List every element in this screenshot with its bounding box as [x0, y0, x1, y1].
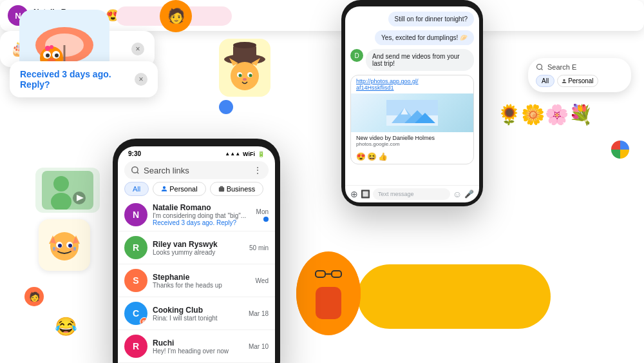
search-icon — [131, 166, 140, 175]
emoji-icon[interactable]: ☺ — [453, 189, 462, 199]
chat-bubble-dumplings: Yes, excited for dumplings! 🥟 — [375, 30, 474, 45]
svg-rect-50 — [386, 100, 438, 115]
svg-point-13 — [53, 176, 69, 191]
mic-icon[interactable]: 🎤 — [464, 190, 474, 199]
reply-close-button[interactable]: × — [135, 73, 147, 86]
person-search-icon — [562, 79, 567, 84]
contact-stephanie[interactable]: S Stephanie Thanks for the heads up Wed — [118, 264, 275, 297]
chat-input-bar: ⊕ 🔲 Text message ☺ 🎤 — [345, 185, 479, 202]
ruchi-avatar: R — [124, 335, 147, 358]
tab-business[interactable]: Business — [210, 182, 264, 196]
phone-main: 9:30 ▲▲▲ WiFi 🔋 Search links ⋮ All — [113, 139, 280, 363]
chat-msg-dinner: Still on for dinner tonight? — [350, 12, 474, 26]
ruchi-time: Mar 10 — [249, 343, 269, 350]
sticker-icon[interactable]: 🔲 — [361, 190, 370, 199]
chat-bubble-videos: And send me videos from your last trip! — [366, 49, 474, 71]
search-widget-icon — [536, 63, 544, 71]
natalie-avatar-list: N — [124, 203, 147, 226]
svg-point-34 — [231, 62, 259, 90]
cat-hat-sticker — [219, 39, 270, 105]
natalie-info-list: Natalie Romano I'm considering doing tha… — [153, 203, 251, 226]
tab-all[interactable]: All — [124, 182, 149, 196]
svg-point-40 — [249, 74, 252, 77]
chat-bubble-dinner: Still on for dinner tonight? — [388, 12, 474, 26]
chat-reactions: 😍😆👍 — [351, 150, 473, 164]
multi-avatar: R — [140, 317, 147, 325]
chat-caption-domain: photos.google.com — [356, 141, 468, 147]
search-placeholder: Search links — [144, 166, 189, 175]
wifi-icon: WiFi — [243, 151, 255, 157]
riley-info: Riley van Ryswyk Looks yummy already — [153, 240, 244, 256]
contact-cooking-club[interactable]: C R Cooking Club Rina: I will start toni… — [118, 297, 275, 330]
phone-main-screen: 9:30 ▲▲▲ WiFi 🔋 Search links ⋮ All — [118, 146, 275, 363]
contact-ruchi[interactable]: R Ruchi Hey! I'm heading over now Mar 10 — [118, 330, 275, 363]
contact-riley[interactable]: R Riley van Ryswyk Looks yummy already 5… — [118, 231, 275, 264]
background: 🧑 — [0, 0, 644, 363]
svg-point-24 — [58, 244, 62, 248]
cooking-club-avatar: C R — [124, 302, 147, 325]
chat-caption: New video by Danielle Holmes photos.goog… — [351, 132, 473, 150]
phone-tabs: All Personal Business — [124, 182, 269, 196]
natalie-name-list: Natalie Romano — [153, 203, 251, 212]
reply-notification-text: Received 3 days ago. Reply? — [20, 69, 129, 90]
reply-notification-card: Received 3 days ago. Reply? × — [10, 61, 158, 97]
add-icon[interactable]: ⊕ — [350, 189, 358, 199]
search-widget-tabs: All Personal — [536, 75, 623, 87]
cooking-club-msg: Rina: I will start tonight — [153, 315, 243, 322]
cooking-club-time: Mar 18 — [249, 310, 269, 317]
person-icon — [161, 186, 167, 192]
phone-chat: Still on for dinner tonight? Yes, excite… — [341, 0, 483, 206]
unread-dot — [263, 217, 269, 222]
contact-list: N Natalie Romano I'm considering doing t… — [118, 199, 275, 363]
svg-point-10 — [45, 46, 50, 51]
more-options-icon[interactable]: ⋮ — [253, 165, 262, 175]
svg-point-11 — [50, 45, 53, 49]
cat-sticker — [39, 219, 90, 271]
tab-personal[interactable]: Personal — [153, 182, 205, 196]
search-bar-top: Search E — [536, 63, 623, 71]
chat-image — [351, 93, 473, 132]
svg-point-29 — [70, 248, 76, 251]
search-tab-all[interactable]: All — [536, 75, 554, 87]
svg-point-28 — [53, 248, 59, 251]
briefcase-icon — [218, 186, 225, 192]
chat-msg-dumplings: Yes, excited for dumplings! 🥟 — [350, 30, 474, 45]
yellow-blob-decoration — [357, 264, 551, 329]
chat-sender-avatar: D — [350, 49, 363, 62]
svg-point-25 — [68, 244, 72, 248]
search-widget-text[interactable]: Search E — [547, 63, 576, 71]
status-bar: 9:30 ▲▲▲ WiFi 🔋 — [118, 146, 275, 159]
status-time: 9:30 — [128, 150, 141, 157]
svg-point-33 — [233, 42, 256, 48]
natalie-msg-preview: I'm considering doing that "big"... — [153, 212, 251, 219]
chat-input-field[interactable]: Text message — [373, 188, 450, 200]
stephanie-avatar: S — [124, 269, 147, 292]
stephanie-name: Stephanie — [153, 273, 251, 282]
search-tab-personal[interactable]: Personal — [557, 75, 598, 87]
svg-point-8 — [55, 54, 59, 57]
phone-search-bar[interactable]: Search links ⋮ — [124, 161, 269, 179]
svg-point-39 — [239, 74, 242, 77]
person-avatar-top: 🧑 — [160, 0, 192, 32]
riley-msg: Looks yummy already — [153, 249, 244, 256]
svg-point-7 — [46, 54, 50, 57]
stephanie-time: Wed — [256, 277, 269, 284]
svg-point-48 — [132, 167, 138, 173]
svg-point-55 — [537, 64, 542, 70]
chat-msg-videos: D And send me videos from your last trip… — [350, 49, 474, 71]
riley-name: Riley van Ryswyk — [153, 240, 244, 249]
phone-chat-screen: Still on for dinner tonight? Yes, excite… — [345, 6, 479, 202]
search-widget: Search E All Personal — [528, 58, 631, 92]
chat-link-url[interactable]: http://photos.app.goo.gl/af14Hsskflisd1 — [351, 75, 473, 93]
natalie-msg-link: Received 3 days ago. Reply? — [153, 219, 251, 226]
cooking-club-info: Cooking Club Rina: I will start tonight — [153, 306, 243, 322]
laugh-emoji: 😂 — [55, 316, 77, 337]
ruchi-info: Ruchi Hey! I'm heading over now — [153, 338, 243, 355]
signal-icon: ▲▲▲ — [225, 151, 240, 157]
video-thumbnail — [35, 168, 100, 213]
status-icons: ▲▲▲ WiFi 🔋 — [225, 151, 265, 157]
riley-avatar: R — [124, 236, 147, 259]
chat-link-card[interactable]: http://photos.app.goo.gl/af14Hsskflisd1 — [350, 75, 474, 164]
svg-rect-47 — [316, 287, 341, 319]
contact-natalie[interactable]: N Natalie Romano I'm considering doing t… — [118, 199, 275, 231]
